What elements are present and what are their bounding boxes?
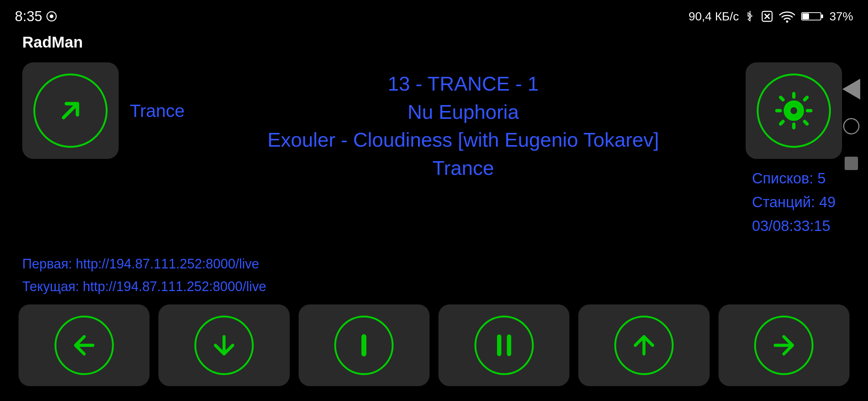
svg-point-1 xyxy=(50,14,53,18)
stop-icon xyxy=(845,157,858,170)
record-button[interactable] xyxy=(842,111,861,141)
app-title: RadMan xyxy=(0,30,868,55)
stations-count: Станций: 49 xyxy=(752,190,835,214)
pause-icon xyxy=(489,330,519,360)
album-art-button[interactable] xyxy=(22,62,119,159)
circle-indicator-icon xyxy=(843,118,859,134)
gear-icon xyxy=(773,90,814,131)
track-number: 13 - TRANCE - 1 xyxy=(388,70,539,98)
network-speed: 90,4 КБ/с xyxy=(688,10,739,23)
current-url-line: Текущая: http://194.87.111.252:8000/live xyxy=(22,275,846,298)
play-icon xyxy=(349,330,379,360)
triangle-icon xyxy=(842,79,860,100)
first-url-label: Первая: xyxy=(22,256,72,271)
left-section: Trance xyxy=(22,62,185,159)
back-button[interactable] xyxy=(19,304,149,386)
x-icon xyxy=(761,10,773,22)
collapse-button[interactable] xyxy=(842,74,861,104)
stop-button[interactable] xyxy=(842,149,861,178)
current-url-value[interactable]: http://194.87.111.252:8000/live xyxy=(83,279,266,294)
station-name: Trance xyxy=(130,101,185,121)
first-url-value[interactable]: http://194.87.111.252:8000/live xyxy=(76,256,259,271)
svg-rect-8 xyxy=(821,14,823,18)
app-title-text: RadMan xyxy=(22,33,83,51)
status-time: 8:35 xyxy=(15,9,57,25)
status-bar: 8:35 90,4 КБ/с 37% xyxy=(0,0,868,30)
bluetooth-icon xyxy=(745,10,755,23)
stats-display: Списков: 5 Станций: 49 03/08:33:15 xyxy=(752,166,835,238)
controls-row xyxy=(0,297,868,394)
message-icon xyxy=(46,11,57,22)
battery-icon xyxy=(801,11,823,22)
forward-button[interactable] xyxy=(719,304,849,386)
first-url-line: Первая: http://194.87.111.252:8000/live xyxy=(22,252,846,275)
up-icon xyxy=(629,330,659,360)
up-button[interactable] xyxy=(578,304,709,386)
time-display: 8:35 xyxy=(15,9,42,25)
svg-rect-9 xyxy=(802,13,809,19)
status-icons: 90,4 КБ/с 37% xyxy=(688,10,853,23)
launch-icon xyxy=(54,94,87,127)
track-info-section: 13 - TRANCE - 1 Nu Euphoria Exouler - Cl… xyxy=(200,62,727,182)
down-button[interactable] xyxy=(158,304,289,386)
battery-percent: 37% xyxy=(829,10,853,23)
play-button[interactable] xyxy=(299,304,430,386)
back-icon xyxy=(69,330,99,360)
side-controls xyxy=(842,74,861,178)
settings-button[interactable] xyxy=(746,62,842,159)
forward-icon xyxy=(769,330,799,360)
current-url-label: Текущая: xyxy=(22,279,79,294)
down-icon xyxy=(209,330,239,360)
right-section: Списков: 5 Станций: 49 03/08:33:15 xyxy=(742,62,846,238)
svg-point-6 xyxy=(786,20,788,23)
main-content: Trance 13 - TRANCE - 1 Nu Euphoria Exoul… xyxy=(0,55,868,245)
show-name: Nu Euphoria xyxy=(408,98,519,126)
timestamp: 03/08:33:15 xyxy=(752,214,835,238)
svg-point-10 xyxy=(789,105,799,116)
pause-button[interactable] xyxy=(438,304,569,386)
track-title: Exouler - Cloudiness [with Eugenio Tokar… xyxy=(267,126,659,154)
wifi-icon xyxy=(779,10,795,23)
genre: Trance xyxy=(433,154,494,182)
lists-count: Списков: 5 xyxy=(752,166,835,190)
url-section: Первая: http://194.87.111.252:8000/live … xyxy=(0,245,868,305)
